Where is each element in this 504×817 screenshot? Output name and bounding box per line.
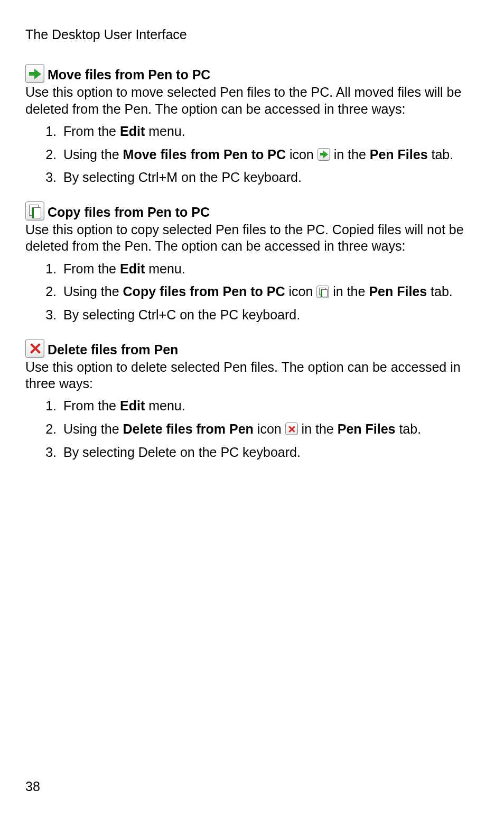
pen-files-tab-ref: Pen Files — [338, 421, 396, 436]
edit-menu-ref: Edit — [120, 398, 145, 413]
text: tab. — [427, 284, 453, 299]
section-delete-list: From the Edit menu. Using the Delete fil… — [25, 397, 479, 461]
copy-action-ref: Copy files from Pen to PC — [123, 284, 285, 299]
section-move-desc: Use this option to move selected Pen fil… — [25, 84, 479, 117]
section-copy-desc: Use this option to copy selected Pen fil… — [25, 222, 479, 255]
section-move-title: Move files from Pen to PC — [48, 67, 210, 83]
text: menu. — [145, 124, 185, 139]
text: By selecting Ctrl+M on the PC keyboard. — [63, 170, 302, 185]
delete-large-icon — [25, 339, 44, 358]
edit-menu-ref: Edit — [120, 124, 145, 139]
text: Using the — [63, 147, 123, 162]
list-item: By selecting Ctrl+M on the PC keyboard. — [60, 169, 479, 187]
text: By selecting Ctrl+C on the PC keyboard. — [63, 307, 300, 322]
text: tab. — [395, 421, 421, 436]
list-item: By selecting Delete on the PC keyboard. — [60, 444, 479, 462]
section-delete: Delete files from Pen Use this option to… — [25, 339, 479, 462]
text: in the — [329, 284, 369, 299]
text: icon — [285, 284, 317, 299]
list-item: From the Edit menu. — [60, 123, 479, 141]
edit-menu-ref: Edit — [120, 261, 145, 276]
copy-small-icon — [316, 286, 329, 298]
text: Using the — [63, 421, 123, 436]
list-item: From the Edit menu. — [60, 260, 479, 278]
text: icon — [286, 147, 318, 162]
delete-small-icon — [285, 423, 298, 435]
section-delete-title: Delete files from Pen — [48, 342, 178, 358]
pen-files-tab-ref: Pen Files — [370, 147, 428, 162]
pen-files-tab-ref: Pen Files — [369, 284, 427, 299]
text: in the — [298, 421, 338, 436]
list-item: Using the Delete files from Pen icon in … — [60, 420, 479, 438]
text: From the — [63, 398, 120, 413]
text: From the — [63, 261, 120, 276]
page-header: The Desktop User Interface — [25, 26, 479, 43]
move-action-ref: Move files from Pen to PC — [123, 147, 286, 162]
section-delete-title-line: Delete files from Pen — [25, 339, 479, 358]
section-move-title-line: Move files from Pen to PC — [25, 64, 479, 83]
section-move-list: From the Edit menu. Using the Move files… — [25, 123, 479, 187]
list-item: Using the Copy files from Pen to PC icon… — [60, 283, 479, 301]
text: in the — [330, 147, 370, 162]
move-small-icon — [318, 148, 330, 161]
text: tab. — [428, 147, 454, 162]
list-item: From the Edit menu. — [60, 397, 479, 415]
text: icon — [254, 421, 285, 436]
section-copy: Copy files from Pen to PC Use this optio… — [25, 201, 479, 324]
delete-action-ref: Delete files from Pen — [123, 421, 254, 436]
text: menu. — [145, 398, 185, 413]
list-item: By selecting Ctrl+C on the PC keyboard. — [60, 306, 479, 324]
section-move: Move files from Pen to PC Use this optio… — [25, 64, 479, 187]
page-number: 38 — [25, 778, 40, 795]
text: menu. — [145, 261, 185, 276]
text: By selecting Delete on the PC keyboard. — [63, 445, 301, 460]
text: Using the — [63, 284, 123, 299]
section-copy-list: From the Edit menu. Using the Copy files… — [25, 260, 479, 324]
section-copy-title: Copy files from Pen to PC — [48, 204, 210, 221]
section-copy-title-line: Copy files from Pen to PC — [25, 201, 479, 221]
section-delete-desc: Use this option to delete selected Pen f… — [25, 359, 479, 392]
move-large-icon — [25, 64, 44, 83]
copy-large-icon — [25, 201, 44, 221]
list-item: Using the Move files from Pen to PC icon… — [60, 146, 479, 164]
document-page: The Desktop User Interface Move files fr… — [0, 0, 504, 817]
text: From the — [63, 124, 120, 139]
